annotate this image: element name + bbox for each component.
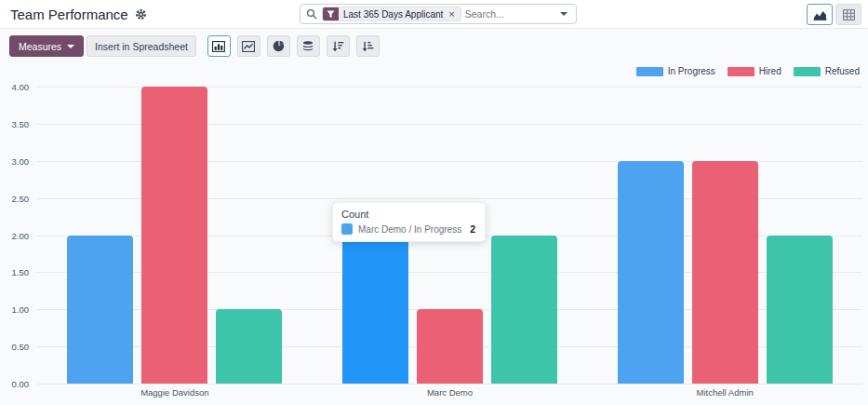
search-dropdown-caret-icon[interactable] [554,5,574,23]
legend-swatch [636,67,663,76]
graph-view-button[interactable] [807,4,833,25]
bar-mitchell-admin-hired[interactable] [692,161,758,384]
bar-group-mitchell-admin [587,87,862,384]
legend-item-hired[interactable]: Hired [728,66,781,76]
graph-view-page: Team Performance Last 365 Days Applicant [0,0,868,405]
bar-maggie-davidson-in-progress[interactable] [67,236,133,385]
x-axis-label: Marc Demo [313,387,588,398]
tooltip-label: Marc Demo / In Progress [358,224,461,235]
tooltip-value: 2 [470,223,475,235]
x-axis: Maggie DavidsonMarc DemoMitchell Admin [37,387,862,400]
page-title: Team Performance [10,7,128,22]
measures-button[interactable]: Measures [9,35,84,57]
facet-remove-icon[interactable]: × [447,7,460,20]
bar-maggie-davidson-refused[interactable] [216,309,282,384]
y-tick-label: 0.50 [12,342,30,352]
legend-label: Refused [825,66,860,76]
bar-chart-button[interactable] [207,35,231,57]
measures-label: Measures [19,41,61,52]
bar-maggie-davidson-hired[interactable] [141,87,207,384]
bar-mitchell-admin-refused[interactable] [767,236,833,385]
y-axis: 4.003.503.002.502.001.501.000.500.00 [0,87,31,384]
y-tick-label: 2.00 [12,230,30,240]
legend-item-refused[interactable]: Refused [794,66,860,76]
x-axis-label: Maggie Davidson [37,387,313,398]
gridline [37,384,862,385]
y-tick-label: 3.50 [12,118,30,128]
chart-legend: In ProgressHiredRefused [636,66,860,76]
chevron-down-icon [67,45,74,48]
y-tick-label: 2.50 [12,193,30,203]
breadcrumb: Team Performance [10,0,147,29]
legend-swatch [728,67,754,76]
search-input[interactable] [461,8,554,20]
legend-label: Hired [759,66,781,76]
bar-marc-demo-refused[interactable] [491,236,557,385]
graph-toolbar: Measures Insert in Spreadsheet [9,35,380,57]
y-tick-label: 1.00 [12,304,30,315]
bar-marc-demo-hired[interactable] [417,309,483,384]
pie-chart-button[interactable] [267,35,290,57]
bar-marc-demo-in-progress[interactable] [342,236,408,385]
sort-descending-button[interactable] [327,35,350,57]
tooltip-swatch [341,223,353,235]
bar-group-maggie-davidson [37,87,313,384]
sort-ascending-button[interactable] [356,35,380,57]
legend-swatch [794,67,821,76]
y-tick-label: 0.00 [12,379,30,389]
stacked-toggle-button[interactable] [297,35,320,57]
tooltip-row: Marc Demo / In Progress 2 [341,223,475,235]
y-tick-label: 4.00 [12,82,30,92]
gear-icon[interactable] [135,8,147,20]
y-tick-label: 1.50 [12,267,30,277]
chart-type-buttons [207,35,380,57]
tooltip-title: Count [341,209,475,220]
legend-item-in-progress[interactable]: In Progress [636,66,715,76]
legend-label: In Progress [668,66,715,76]
chart-tooltip: Count Marc Demo / In Progress 2 [332,202,486,242]
search-facet[interactable]: Last 365 Days Applicant × [322,7,461,21]
view-switcher [807,4,861,25]
facet-label: Last 365 Days Applicant [339,7,447,20]
bar-mitchell-admin-in-progress[interactable] [618,161,684,384]
header-bar: Team Performance Last 365 Days Applicant [0,0,868,29]
line-chart-button[interactable] [237,35,260,57]
x-axis-label: Mitchell Admin [587,387,862,398]
filter-icon [323,7,339,20]
y-tick-label: 3.00 [12,155,30,166]
pivot-view-button[interactable] [835,4,861,25]
search-icon [306,8,317,20]
insert-in-spreadsheet-button[interactable]: Insert in Spreadsheet [87,35,196,57]
search-bar[interactable]: Last 365 Days Applicant × [300,4,577,24]
insert-label: Insert in Spreadsheet [95,41,188,52]
